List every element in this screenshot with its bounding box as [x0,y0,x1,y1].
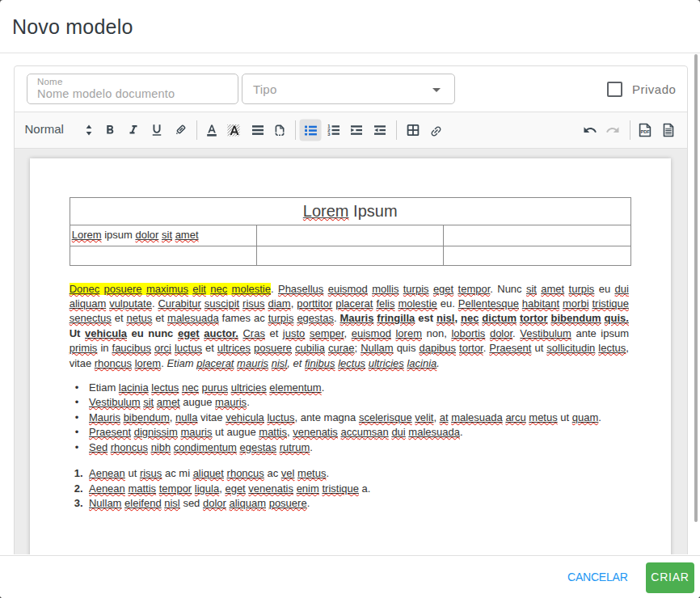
svg-text:3: 3 [327,132,331,137]
svg-text:PDF: PDF [641,129,651,134]
